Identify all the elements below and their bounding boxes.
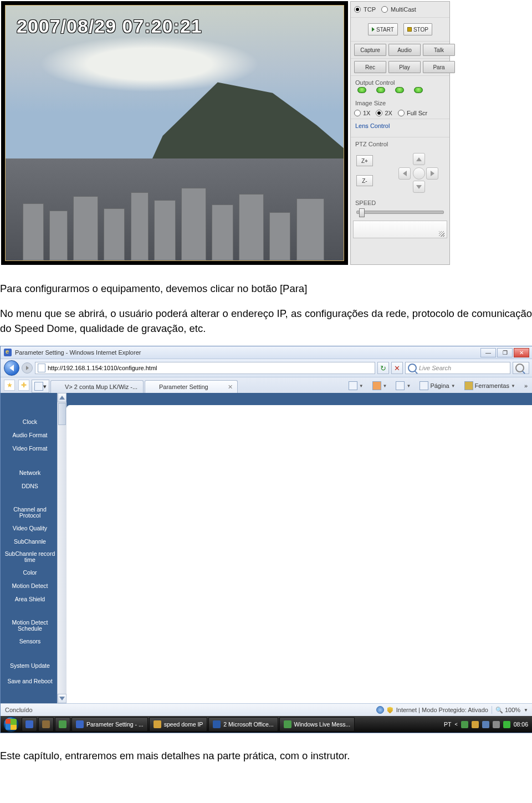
sidebar-item[interactable]: User Manager xyxy=(3,701,57,703)
scroll-down-button[interactable] xyxy=(58,694,66,703)
sidebar-item[interactable]: Channel and Protocol xyxy=(3,504,57,521)
rec-button[interactable]: Rec xyxy=(354,61,386,73)
quicklaunch-2[interactable] xyxy=(38,717,54,732)
taskbar-item[interactable]: 2 Microsoft Office... xyxy=(208,717,278,732)
print-button[interactable]: ▼ xyxy=(393,380,413,391)
tab-close-icon[interactable]: ✕ xyxy=(228,383,233,391)
tray-icon-3[interactable] xyxy=(482,721,489,728)
capture-button[interactable]: Capture xyxy=(354,44,386,56)
video-timestamp: 2007/08/29 07:20:21 xyxy=(17,16,202,37)
ptz-left-button[interactable] xyxy=(398,167,411,180)
close-button[interactable]: ✕ xyxy=(514,348,529,357)
zoom-indicator[interactable]: 🔍 100% xyxy=(495,707,520,714)
tab-ie-icon xyxy=(55,383,62,390)
tray-clock[interactable]: 08:06 xyxy=(514,721,528,728)
add-favorite-button[interactable]: ✚ xyxy=(18,380,29,391)
output-led-2[interactable] xyxy=(376,87,385,93)
para-button[interactable]: Para xyxy=(423,61,455,73)
tray-lang[interactable]: PT xyxy=(444,721,451,728)
start-button[interactable]: START xyxy=(368,23,398,35)
taskbar-item[interactable]: speed dome IP xyxy=(149,717,208,732)
chevron-more[interactable]: » xyxy=(521,380,530,391)
play-icon xyxy=(372,27,375,32)
address-input[interactable]: http://192.168.1.154:1010/configure.html xyxy=(35,362,375,374)
page-content: ClockAudio FormatVideo FormatNetworkDDNS… xyxy=(1,393,532,703)
tab-2[interactable]: Parameter Setting ✕ xyxy=(145,380,238,393)
ptz-up-button[interactable] xyxy=(413,153,425,165)
lens-control-label: Lens Control xyxy=(351,119,449,130)
tabgroup-icon xyxy=(34,382,43,391)
output-led-3[interactable] xyxy=(395,87,404,93)
start-button[interactable] xyxy=(2,716,21,733)
favorites-button[interactable]: ★ xyxy=(4,380,15,391)
sidebar-item[interactable]: Color xyxy=(3,566,57,579)
page-menu[interactable]: Página▼ xyxy=(417,380,458,391)
sidebar-item[interactable]: Save and Reboot xyxy=(3,672,57,690)
tools-menu[interactable]: Ferramentas▼ xyxy=(462,380,518,391)
print-icon xyxy=(396,381,405,390)
audio-button[interactable]: Audio xyxy=(388,44,421,56)
sidebar-item[interactable]: System Update xyxy=(3,659,57,672)
output-led-1[interactable] xyxy=(357,87,366,93)
sidebar-scrollbar[interactable] xyxy=(57,393,66,703)
radio-2x[interactable]: 2X xyxy=(376,110,392,116)
tray-icon-2[interactable] xyxy=(472,721,479,728)
search-icon xyxy=(408,364,417,372)
forward-button[interactable] xyxy=(22,362,33,374)
zoom-out-button[interactable]: Z- xyxy=(356,175,373,186)
quicklaunch-3[interactable] xyxy=(55,717,70,732)
sidebar-item[interactable]: Video Quality xyxy=(3,521,57,535)
play-button[interactable]: Play xyxy=(388,61,421,73)
sidebar-item[interactable]: Network xyxy=(3,466,57,479)
home-button[interactable]: ▼ xyxy=(346,380,366,391)
scroll-up-button[interactable] xyxy=(58,393,66,402)
tray-icon-4[interactable] xyxy=(493,721,500,728)
taskbar-item[interactable]: Windows Live Mess... xyxy=(279,717,355,732)
feeds-button[interactable]: ▼ xyxy=(370,380,390,391)
ptz-center-button[interactable] xyxy=(413,167,425,180)
tray-icon-1[interactable] xyxy=(461,721,468,728)
radio-fullscr[interactable]: Full Scr xyxy=(398,110,427,116)
talk-button[interactable]: Talk xyxy=(423,44,455,56)
quicklaunch-1[interactable] xyxy=(22,717,37,732)
sidebar-item[interactable]: SubChannle xyxy=(3,535,57,548)
scroll-thumb[interactable] xyxy=(58,403,66,425)
sidebar-item[interactable]: Motion Detect xyxy=(3,579,57,592)
search-input[interactable]: Live Search xyxy=(405,362,510,374)
sidebar-item[interactable]: Motion Detect Schedule xyxy=(3,617,57,635)
sidebar-item[interactable]: Clock xyxy=(3,415,57,428)
ptz-down-button[interactable] xyxy=(413,181,425,193)
ie-titlebar: Parameter Setting - Windows Internet Exp… xyxy=(1,346,532,359)
start-label: START xyxy=(376,27,394,33)
sidebar-item[interactable]: Area Shield xyxy=(3,592,57,606)
radio-tcp[interactable]: TCP xyxy=(354,6,376,13)
search-go-button[interactable] xyxy=(513,362,529,374)
stop-load-button[interactable]: ✕ xyxy=(391,362,403,374)
corner-resize[interactable] xyxy=(353,221,447,238)
chevron-up-icon xyxy=(59,396,65,400)
tab-1[interactable]: V> 2 conta Mup LK/Wiz -... xyxy=(50,380,144,393)
back-button[interactable] xyxy=(4,360,19,376)
tray-expand[interactable]: < xyxy=(454,722,457,727)
minimize-button[interactable]: — xyxy=(480,348,496,357)
refresh-button[interactable]: ↻ xyxy=(377,362,389,374)
stop-button[interactable]: STOP xyxy=(403,23,432,35)
tab-group-button[interactable]: ▾ xyxy=(32,380,49,393)
sidebar-item[interactable]: Sensors xyxy=(3,635,57,648)
output-led-4[interactable] xyxy=(414,87,423,93)
zoom-in-button[interactable]: Z+ xyxy=(356,155,373,166)
maximize-button[interactable]: ❐ xyxy=(497,348,513,357)
sidebar-item[interactable]: SubChannle record time xyxy=(3,548,57,566)
speed-slider[interactable] xyxy=(356,211,444,214)
ptz-right-button[interactable] xyxy=(426,167,438,180)
sidebar-item[interactable]: Video Format xyxy=(3,442,57,455)
sidebar-item[interactable]: DDNS xyxy=(3,479,57,493)
stop-icon: ✕ xyxy=(394,364,400,372)
status-zone: Internet | Modo Protegido: Ativado xyxy=(396,707,488,713)
taskbar-item[interactable]: Parameter Setting - ... xyxy=(71,717,148,732)
shield-icon xyxy=(387,707,393,713)
radio-multicast[interactable]: MultiCast xyxy=(381,6,416,13)
sidebar-item[interactable]: Audio Format xyxy=(3,428,57,442)
tray-icon-5[interactable] xyxy=(503,721,510,728)
radio-1x[interactable]: 1X xyxy=(354,110,370,116)
